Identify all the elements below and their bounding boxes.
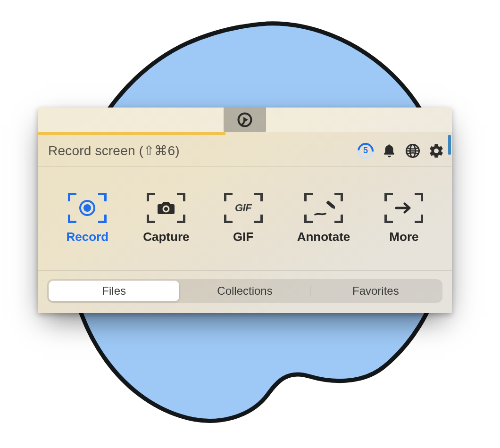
tab-files[interactable]: Files <box>49 281 179 301</box>
library-tabs: Files Collections Favorites <box>38 271 452 313</box>
decorative-bar <box>448 135 451 155</box>
tool-label: Annotate <box>297 230 350 244</box>
svg-rect-6 <box>326 200 334 208</box>
tool-annotate[interactable]: Annotate <box>297 193 350 244</box>
action-title: Record screen (⇧⌘6) <box>48 143 180 158</box>
notifications-button[interactable] <box>381 143 397 159</box>
tab-favorites[interactable]: Favorites <box>310 281 441 301</box>
gear-icon <box>428 143 444 159</box>
record-icon <box>68 193 107 223</box>
capture-icon <box>147 193 185 223</box>
panel-header: Record screen (⇧⌘6) 5 <box>38 135 452 167</box>
gif-icon: GIF <box>224 193 263 223</box>
macos-menubar <box>38 108 452 132</box>
tool-more[interactable]: More <box>384 193 423 244</box>
tool-label: More <box>389 230 418 244</box>
arrow-right-icon <box>394 202 413 214</box>
menubar-app-icon[interactable] <box>224 108 266 132</box>
settings-button[interactable] <box>428 143 444 159</box>
countdown-button[interactable]: 5 <box>358 143 374 159</box>
tool-record[interactable]: Record <box>67 193 109 244</box>
countdown-value: 5 <box>358 143 374 159</box>
tool-label: Capture <box>143 230 189 244</box>
tool-gif[interactable]: GIF GIF <box>224 193 263 244</box>
app-logo-icon <box>237 112 253 128</box>
tool-label: Record <box>67 230 109 244</box>
tool-capture[interactable]: Capture <box>143 193 189 244</box>
tab-label: Favorites <box>352 284 399 298</box>
tab-collections[interactable]: Collections <box>179 281 310 301</box>
bell-icon <box>381 143 397 159</box>
globe-icon <box>405 143 421 159</box>
app-panel: Record screen (⇧⌘6) 5 <box>38 108 452 313</box>
camera-icon <box>156 200 176 216</box>
annotate-icon <box>304 193 343 223</box>
svg-point-5 <box>164 207 168 211</box>
tool-label: GIF <box>233 230 253 244</box>
tab-label: Collections <box>217 284 272 298</box>
pencil-draw-icon <box>312 199 335 217</box>
tool-row: Record Capture GIF <box>38 167 452 271</box>
more-icon <box>384 193 423 223</box>
web-button[interactable] <box>405 143 421 159</box>
tab-label: Files <box>102 284 126 298</box>
